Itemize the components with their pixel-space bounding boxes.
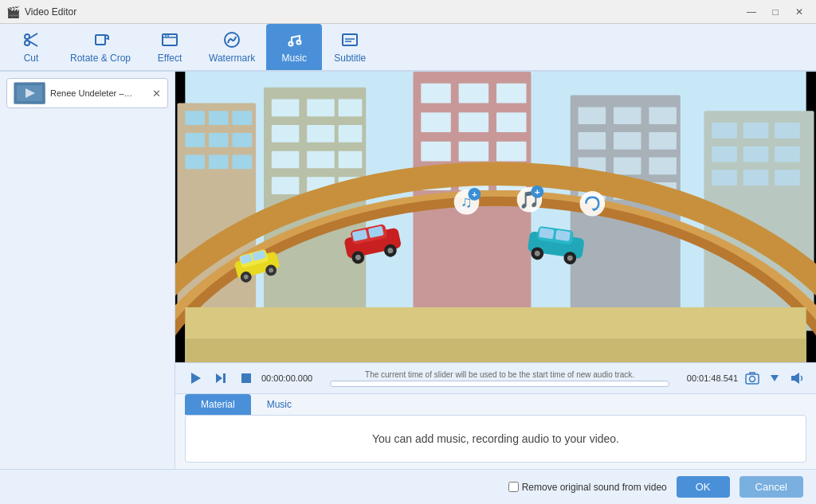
svg-line-2	[29, 33, 37, 38]
svg-rect-78	[775, 170, 800, 186]
stop-button[interactable]	[236, 368, 257, 389]
svg-rect-121	[241, 373, 251, 383]
svg-rect-36	[339, 125, 363, 143]
video-scene: ♫ + 🎵 +	[175, 72, 816, 362]
content-area: Renee Undeleter –… ✕	[0, 72, 816, 469]
svg-rect-22	[209, 111, 229, 125]
svg-rect-106	[539, 228, 554, 239]
effect-icon	[161, 31, 178, 51]
svg-point-8	[165, 35, 167, 37]
app-title: Video Editor	[25, 6, 76, 18]
sidebar: Renee Undeleter –… ✕	[0, 72, 175, 469]
dropdown-button[interactable]	[765, 369, 784, 388]
svg-text:+: +	[472, 189, 477, 200]
tab-subtitle-label: Subtitle	[334, 53, 366, 64]
svg-rect-83	[185, 338, 806, 362]
progress-container: The current time of slider will be used …	[330, 370, 669, 387]
end-time: 00:01:48.541	[674, 373, 738, 383]
svg-rect-58	[614, 107, 641, 124]
remove-sound-checkbox[interactable]	[508, 482, 519, 492]
svg-rect-37	[272, 151, 300, 169]
start-time: 00:00:00.000	[261, 373, 325, 383]
svg-rect-72	[775, 123, 800, 139]
svg-rect-34	[272, 125, 300, 143]
file-item[interactable]: Renee Undeleter –… ✕	[6, 78, 168, 108]
svg-rect-4	[96, 35, 105, 45]
svg-rect-74	[743, 147, 769, 162]
remove-sound-checkbox-label[interactable]: Remove original sound from video	[508, 482, 667, 493]
svg-point-123	[750, 377, 755, 382]
svg-marker-118	[191, 373, 201, 384]
right-panel: ♫ + 🎵 +	[175, 72, 816, 469]
svg-line-3	[29, 41, 37, 46]
tab-subtitle[interactable]: Subtitle	[322, 24, 378, 70]
svg-rect-28	[209, 155, 229, 170]
tab-music[interactable]: Music	[266, 24, 322, 70]
svg-rect-24	[185, 133, 205, 147]
tab-music-bottom[interactable]: Music	[251, 394, 308, 415]
svg-rect-25	[209, 133, 229, 147]
footer: Remove original sound from video OK Canc…	[0, 469, 816, 504]
svg-rect-39	[339, 151, 363, 169]
svg-marker-124	[771, 375, 779, 381]
tab-rotate-label: Rotate & Crop	[70, 53, 131, 64]
svg-rect-64	[614, 158, 641, 175]
controls-row: 00:00:00.000 The current time of slider …	[185, 368, 806, 389]
screenshot-button[interactable]	[743, 369, 762, 388]
svg-rect-6	[163, 34, 177, 45]
ok-button[interactable]: OK	[677, 476, 730, 498]
svg-rect-120	[223, 373, 226, 383]
tab-material[interactable]: Material	[185, 394, 251, 415]
maximize-button[interactable]: □	[765, 4, 786, 20]
svg-rect-31	[272, 100, 300, 117]
svg-point-9	[167, 35, 169, 37]
minimize-button[interactable]: —	[741, 4, 762, 20]
tab-watermark[interactable]: Watermark	[198, 24, 266, 70]
hint-text: The current time of slider will be used …	[330, 370, 669, 379]
svg-rect-23	[233, 111, 253, 125]
svg-rect-26	[233, 133, 253, 147]
svg-rect-44	[421, 84, 450, 104]
svg-point-0	[25, 34, 29, 39]
svg-point-116	[580, 191, 606, 217]
svg-rect-46	[496, 84, 526, 104]
file-close-button[interactable]: ✕	[152, 88, 161, 100]
file-name: Renee Undeleter –…	[50, 88, 149, 98]
music-icon	[285, 31, 303, 51]
play-button[interactable]	[185, 368, 206, 389]
svg-rect-21	[185, 111, 205, 125]
svg-rect-70	[712, 123, 737, 139]
file-thumbnail	[14, 82, 45, 104]
svg-rect-27	[185, 155, 205, 170]
tab-effect[interactable]: Effect	[142, 24, 198, 70]
tab-cut[interactable]: Cut	[3, 24, 59, 70]
svg-rect-65	[649, 158, 677, 175]
svg-rect-45	[459, 84, 488, 104]
main-container: Cut Rotate & Crop	[0, 24, 816, 504]
svg-rect-60	[579, 132, 606, 150]
svg-rect-40	[272, 177, 300, 194]
svg-rect-35	[307, 125, 335, 143]
tab-music-label: Music	[282, 53, 307, 64]
title-bar: 🎬 Video Editor — □ ✕	[0, 0, 816, 24]
cancel-button[interactable]: Cancel	[740, 476, 803, 498]
close-button[interactable]: ✕	[789, 4, 810, 20]
tab-effect-label: Effect	[158, 53, 182, 64]
svg-rect-76	[712, 170, 737, 186]
svg-rect-52	[496, 142, 526, 162]
svg-rect-57	[579, 107, 606, 124]
volume-button[interactable]	[787, 369, 806, 388]
svg-rect-59	[649, 107, 677, 124]
window-controls: — □ ✕	[741, 4, 810, 20]
step-forward-button[interactable]	[210, 368, 231, 389]
svg-rect-107	[555, 230, 571, 241]
svg-rect-75	[775, 147, 800, 162]
tab-rotate[interactable]: Rotate & Crop	[59, 24, 142, 70]
video-preview: ♫ + 🎵 +	[175, 72, 816, 362]
progress-bar[interactable]	[330, 381, 669, 387]
svg-rect-71	[743, 123, 769, 139]
toolbar: Cut Rotate & Crop	[0, 24, 816, 72]
remove-sound-label: Remove original sound from video	[522, 482, 667, 493]
svg-rect-73	[712, 147, 737, 162]
svg-rect-29	[233, 155, 253, 170]
